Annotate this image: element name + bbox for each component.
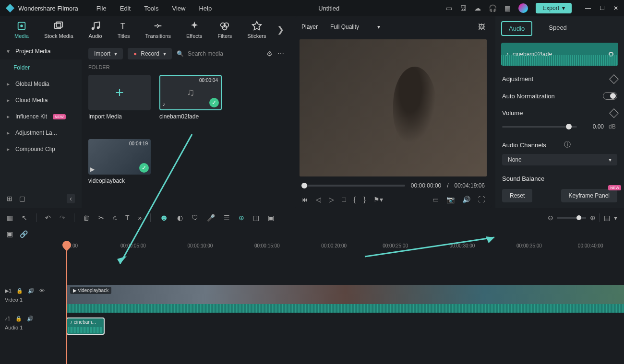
sidebar-project-media[interactable]: ▾Project Media xyxy=(0,43,82,59)
tab-transitions[interactable]: Transitions xyxy=(138,21,179,39)
new-folder-icon[interactable]: ⊞ xyxy=(7,195,12,202)
maximize-icon[interactable]: ☐ xyxy=(600,5,605,12)
import-dropdown[interactable]: Import▾ xyxy=(88,48,123,59)
headphones-icon[interactable]: 🎧 xyxy=(489,4,497,12)
menu-view[interactable]: View xyxy=(172,5,185,12)
audio-chip[interactable]: ♪ cinebam02fade xyxy=(501,43,618,66)
rp-tab-audio[interactable]: Audio xyxy=(501,21,532,36)
video-clip[interactable]: ▶ videoplayback xyxy=(66,285,624,313)
monitor-icon[interactable]: ▭ xyxy=(446,4,452,12)
more-tools-icon[interactable]: » xyxy=(138,214,142,222)
text-icon[interactable]: T xyxy=(125,214,130,222)
preview-scrubber[interactable] xyxy=(301,185,405,187)
sidebar-cloud-media[interactable]: ▸Cloud Media xyxy=(0,92,82,108)
record-dropdown[interactable]: ●Record▾ xyxy=(128,48,172,59)
tab-audio[interactable]: Audio xyxy=(81,21,110,39)
keyframe-diamond-icon[interactable] xyxy=(609,108,619,118)
minimize-icon[interactable]: — xyxy=(585,5,591,12)
folder-view-icon[interactable]: ▢ xyxy=(19,195,25,202)
menu-file[interactable]: File xyxy=(96,5,107,12)
crop-icon[interactable]: ◫ xyxy=(253,214,259,222)
shield-icon[interactable]: 🛡 xyxy=(192,214,198,222)
sidebar-compound-clip[interactable]: ▸Compound Clip xyxy=(0,141,82,157)
track-toggle-icon[interactable]: ▣ xyxy=(7,230,13,238)
cloud-icon[interactable]: ☁ xyxy=(474,4,481,12)
tab-effects[interactable]: Effects xyxy=(179,21,210,39)
collapse-sidebar-icon[interactable]: ‹ xyxy=(67,194,75,203)
tabs-more-icon[interactable]: ❯ xyxy=(277,24,284,35)
tab-stock-media[interactable]: Stock Media xyxy=(36,21,81,39)
audio-track-header[interactable]: ♪1🔒🔊 Audio 1 xyxy=(0,313,66,335)
audio-track[interactable]: ♪ cinebam... xyxy=(66,317,105,335)
more-icon[interactable]: ⋯ xyxy=(277,50,284,58)
import-media-tile[interactable]: + Import Media xyxy=(88,75,151,120)
ai-icon[interactable]: ☻ xyxy=(159,213,168,223)
list-icon[interactable]: ☰ xyxy=(224,214,230,222)
playhead[interactable] xyxy=(66,241,67,364)
volume-icon[interactable]: 🔊 xyxy=(462,196,470,203)
search-input[interactable]: 🔍Search media xyxy=(177,50,262,57)
undo-icon[interactable]: ↶ xyxy=(45,214,51,222)
color-icon[interactable]: ◐ xyxy=(177,214,183,222)
audio-clip[interactable]: ♪ cinebam... xyxy=(66,317,105,335)
sidebar-adjustment-layer[interactable]: ▸Adjustment La... xyxy=(0,125,82,141)
step-back-icon[interactable]: ◁ xyxy=(316,196,321,203)
redo-icon[interactable]: ↷ xyxy=(60,214,65,222)
cut-icon[interactable]: ✂ xyxy=(98,214,104,222)
zoom-out-icon[interactable]: ⊖ xyxy=(548,214,553,222)
fullscreen-icon[interactable]: ⛶ xyxy=(478,196,485,203)
timeline-ruler[interactable]: 00:00 00:00:05:00 00:00:10:00 00:00:15:0… xyxy=(66,241,624,256)
stop-icon[interactable]: □ xyxy=(342,196,346,203)
mark-out-icon[interactable]: } xyxy=(363,196,366,203)
menu-tools[interactable]: Tools xyxy=(144,5,158,12)
camera-icon[interactable]: 📷 xyxy=(446,196,455,203)
mark-in-icon[interactable]: { xyxy=(353,196,356,203)
auto-norm-toggle[interactable] xyxy=(603,92,617,100)
mic-icon[interactable]: 🎤 xyxy=(207,214,215,222)
volume-slider[interactable] xyxy=(502,126,577,128)
zoom-in-icon[interactable]: ⊕ xyxy=(590,214,596,222)
filter-icon[interactable]: ⚙ xyxy=(266,50,273,58)
play-icon[interactable]: ▷ xyxy=(329,196,334,203)
snapshot-icon[interactable]: 🖼 xyxy=(478,23,485,31)
save-icon[interactable]: 🖫 xyxy=(460,4,467,12)
tab-stickers[interactable]: Stickers xyxy=(240,21,274,39)
rp-tab-speed[interactable]: Speed xyxy=(542,21,574,36)
split-icon[interactable]: ⎌ xyxy=(113,214,117,222)
keyframe-panel-button[interactable]: Keyframe PanelNEW xyxy=(561,189,617,202)
sidebar-folder[interactable]: Folder xyxy=(0,59,82,76)
magnet-icon[interactable]: ⊕ xyxy=(239,214,244,222)
frame-icon[interactable]: ▣ xyxy=(268,214,274,222)
tab-titles[interactable]: TTitles xyxy=(110,21,138,39)
close-icon[interactable]: ✕ xyxy=(613,5,618,12)
cursor-icon[interactable]: ↖ xyxy=(22,214,27,222)
view-options-icon[interactable]: ▤ xyxy=(604,214,610,222)
quality-dropdown[interactable]: Full Quality▾ xyxy=(324,21,386,33)
tab-filters[interactable]: Filters xyxy=(210,21,240,39)
sidebar-global-media[interactable]: ▸Global Media xyxy=(0,76,82,92)
menu-help[interactable]: Help xyxy=(199,5,212,12)
avatar[interactable] xyxy=(518,3,528,13)
marker-dropdown-icon[interactable]: ⚑▾ xyxy=(373,196,383,203)
video-track-header[interactable]: ▶1🔒🔊👁 Video 1 xyxy=(0,285,66,313)
layout-icon[interactable]: ▦ xyxy=(7,214,13,222)
keyframe-diamond-icon[interactable] xyxy=(609,74,619,84)
media-thumb-audio[interactable]: 00:00:04 ♫ ♪ ✓ cinebam02fade xyxy=(159,75,222,120)
video-track[interactable]: ▶ videoplayback xyxy=(66,285,624,313)
export-button[interactable]: Export▾ xyxy=(536,3,572,13)
menu-edit[interactable]: Edit xyxy=(120,5,131,12)
reset-button[interactable]: Reset xyxy=(502,189,532,202)
media-thumb-video[interactable]: 00:04:19 ▶ ✓ videoplayback xyxy=(88,139,151,184)
link-icon[interactable]: 🔗 xyxy=(20,230,28,238)
prev-frame-icon[interactable]: ⏮ xyxy=(301,196,308,203)
tab-media[interactable]: Media xyxy=(7,21,36,39)
display-icon[interactable]: ▭ xyxy=(432,196,439,203)
apps-icon[interactable]: ▦ xyxy=(504,4,511,12)
channels-dropdown[interactable]: None▾ xyxy=(502,154,617,165)
zoom-slider[interactable] xyxy=(557,217,586,219)
view-dropdown-icon[interactable]: ▾ xyxy=(614,214,617,222)
info-icon[interactable]: ⓘ xyxy=(564,141,571,149)
delete-icon[interactable]: 🗑 xyxy=(83,214,90,222)
preview-viewport[interactable] xyxy=(300,39,487,176)
sidebar-influence-kit[interactable]: ▸Influence KitNEW xyxy=(0,108,82,125)
